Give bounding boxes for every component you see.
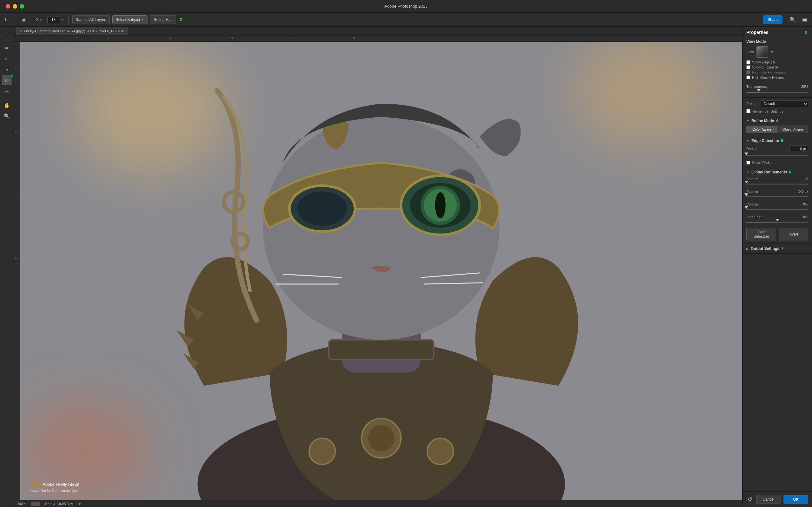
search-button[interactable]: 🔍 xyxy=(788,16,798,23)
minimize-button[interactable] xyxy=(13,4,17,9)
stamp-tool[interactable]: ⊕ xyxy=(2,54,12,64)
tools-panel: ⌂ ✏ ⊕ ◈ ⬡ 1 ◎ ✋ 🔍 xyxy=(0,26,14,507)
radius-slider[interactable] xyxy=(746,153,808,158)
doc-tab[interactable]: × Firefly An armor plated cat 97074.jpg … xyxy=(16,27,128,35)
select-subject-button[interactable]: Select Subject ▼ xyxy=(112,15,148,24)
refine-hair-button[interactable]: Refine Hair xyxy=(150,15,176,24)
radius-input[interactable] xyxy=(789,146,808,152)
watermark-line1: Aⓕ Adobe Firefly (Beta) xyxy=(30,480,79,489)
eraser-tool[interactable]: ◈ xyxy=(2,64,12,74)
workspace-button[interactable]: ▣ xyxy=(800,16,809,23)
smooth-track xyxy=(746,183,808,184)
feather-thumb[interactable] xyxy=(745,193,748,196)
panel-title: Properties xyxy=(746,30,768,35)
transparency-fill xyxy=(746,92,759,93)
select-subject-dropdown-icon[interactable]: ▼ xyxy=(141,18,144,21)
ruler-v-mark-1: 1 xyxy=(15,67,17,68)
smooth-slider[interactable] xyxy=(746,181,808,186)
edge-detection-header[interactable]: ▼ Edge Detection 5 xyxy=(746,138,808,143)
object-aware-button[interactable]: Object Aware xyxy=(777,125,808,133)
size-label: Size: xyxy=(36,17,45,22)
view-dropdown-icon[interactable]: ▼ xyxy=(770,50,774,54)
select-tool[interactable]: ◎ xyxy=(2,86,12,96)
color-aware-button[interactable]: Color Aware xyxy=(746,125,777,133)
ruler-mark-1: 1 xyxy=(108,37,109,40)
transparency-row: Transparency 20% xyxy=(746,84,808,89)
preset-select[interactable]: Default xyxy=(761,100,808,107)
maximize-button[interactable] xyxy=(20,4,24,9)
canvas[interactable]: Aⓕ Adobe Firefly (Beta) Image Not for Co… xyxy=(20,42,742,500)
refine-mode-header[interactable]: ▼ Refine Mode 4 xyxy=(746,119,808,123)
shift-edge-thumb[interactable] xyxy=(775,219,779,221)
show-original-checkbox[interactable] xyxy=(746,65,750,69)
properties-panel: Properties 3 View Mode View ▼ Show Edge … xyxy=(742,26,812,507)
preset-section: Preset Default Remember Settings xyxy=(743,98,812,116)
svg-point-7 xyxy=(309,438,335,464)
doc-tab-bar: × Firefly An armor plated cat 97074.jpg … xyxy=(14,26,742,36)
show-edge-checkbox[interactable] xyxy=(746,60,750,64)
status-arrow[interactable]: ▶ xyxy=(79,502,81,506)
clear-selection-button[interactable]: Clear Selection xyxy=(746,228,776,241)
titlebar: Adobe Photoshop 2023 xyxy=(0,0,812,13)
action-buttons: Clear Selection Invert xyxy=(746,228,808,241)
ok-button[interactable]: OK xyxy=(783,495,808,504)
smooth-value: 0 xyxy=(806,177,808,181)
quick-select-button[interactable]: ◎ xyxy=(20,16,28,23)
close-button[interactable] xyxy=(6,4,10,9)
svg-point-13 xyxy=(297,191,347,226)
remember-settings-checkbox[interactable] xyxy=(746,109,751,113)
tab-close-icon[interactable]: × xyxy=(20,29,22,33)
zoom-tool[interactable]: 🔍 xyxy=(2,111,12,121)
shift-edge-slider[interactable] xyxy=(746,219,808,224)
view-thumbnail[interactable] xyxy=(757,46,768,58)
realtime-row: Real-time Refinement xyxy=(746,70,808,74)
size-input[interactable] xyxy=(47,16,60,23)
edge-detection-section: ▼ Edge Detection 5 Radius Smart Radius xyxy=(743,136,812,167)
share-button[interactable]: Share xyxy=(763,15,782,24)
doc-size: Doc: 4.13M/5.50M xyxy=(45,502,73,506)
home-tool-button[interactable]: ⌂ xyxy=(10,16,17,23)
cancel-button[interactable]: Cancel xyxy=(756,495,781,504)
contrast-slider[interactable] xyxy=(746,207,808,212)
transparency-track xyxy=(746,92,808,93)
smooth-thumb[interactable] xyxy=(745,181,748,183)
size-control: ▼ xyxy=(47,16,64,23)
ruler-vertical: 1 2 3 4 xyxy=(14,42,20,500)
transparency-thumb[interactable] xyxy=(757,89,761,92)
contrast-thumb[interactable] xyxy=(745,206,748,209)
smart-radius-checkbox[interactable] xyxy=(746,161,750,165)
transparency-slider[interactable] xyxy=(746,90,808,95)
hand-tool[interactable]: ✋ xyxy=(2,100,12,110)
shift-edge-fill xyxy=(746,222,777,223)
radius-thumb[interactable] xyxy=(745,153,748,155)
output-settings-section[interactable]: ▶ Output Settings 7 xyxy=(743,244,812,253)
sample-all-layers-button[interactable]: Sample All Layers xyxy=(72,15,110,24)
refine-hair-label: Refine Hair xyxy=(154,17,172,22)
feather-slider[interactable] xyxy=(746,194,808,199)
hq-preview-label: High Quality Preview xyxy=(752,75,784,79)
invert-button[interactable]: Invert xyxy=(779,228,809,241)
status-bar: 200% Doc: 4.13M/5.50M ▶ xyxy=(14,500,742,507)
size-stepper[interactable]: ▼ xyxy=(61,18,64,21)
hq-preview-checkbox[interactable] xyxy=(746,75,750,79)
global-refinements-chevron: ▼ xyxy=(746,171,750,174)
show-edge-row: Show Edge (J) xyxy=(746,60,808,64)
step-1-badge: 1 xyxy=(4,17,7,22)
output-settings-label: Output Settings xyxy=(751,246,779,251)
ruler-mark-5: 5 xyxy=(354,37,355,40)
toolbar: 1 ⌂ ◎ Size: ▼ Sample All Layers Select S… xyxy=(0,13,812,26)
watermark-subtitle: Image Not for Commercial Use xyxy=(30,489,79,493)
shift-edge-track xyxy=(746,222,808,223)
zoom-level: 200% xyxy=(17,502,26,506)
lasso-tool[interactable]: ⬡ 1 xyxy=(2,75,12,85)
global-refinements-header[interactable]: ▼ Global Refinements 6 xyxy=(746,170,808,174)
output-settings-chevron: ▶ xyxy=(746,247,749,250)
smooth-label-row: Smooth 0 xyxy=(746,177,808,181)
window-controls xyxy=(6,4,24,9)
svg-rect-10 xyxy=(329,340,434,359)
remember-settings-label: Remember Settings xyxy=(752,109,783,113)
undo-button[interactable]: ↺ xyxy=(746,495,754,504)
brush-tool[interactable]: ✏ xyxy=(2,43,12,53)
hq-preview-row: High Quality Preview xyxy=(746,75,808,79)
home-tool[interactable]: ⌂ xyxy=(2,29,12,39)
